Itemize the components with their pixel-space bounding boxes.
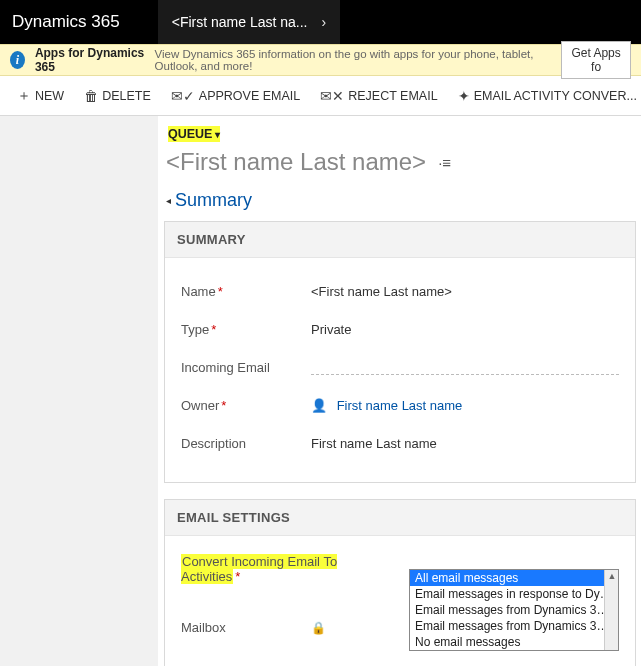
get-apps-button[interactable]: Get Apps fo [561,41,631,79]
option-all[interactable]: All email messages [410,570,618,586]
info-icon: i [10,51,25,69]
mail-check-icon: ✉✓ [171,88,195,104]
command-bar: ＋NEW 🗑DELETE ✉✓APPROVE EMAIL ✉✕REJECT EM… [0,76,641,116]
record-title: <First name Last name> ∙≡ [166,148,641,176]
incoming-email-label: Incoming Email [181,360,311,375]
delete-button[interactable]: 🗑DELETE [75,76,160,116]
summary-card: SUMMARY Name* <First name Last name> Typ… [164,221,636,483]
list-menu-icon[interactable]: ∙≡ [438,154,451,171]
owner-link[interactable]: First name Last name [337,398,463,413]
entity-type-label[interactable]: QUEUE ▾ [168,126,220,142]
type-value[interactable]: Private [311,322,619,337]
promo-bar: i Apps for Dynamics 365 View Dynamics 36… [0,44,641,76]
convert-options-list[interactable]: All email messages Email messages in res… [409,569,619,651]
description-value[interactable]: First name Last name [311,436,619,451]
new-button[interactable]: ＋NEW [8,76,73,116]
breadcrumb-text: <First name Last na... [172,14,308,30]
wand-icon: ✦ [458,88,470,104]
global-nav: Dynamics 365 <First name Last na... › [0,0,641,44]
plus-icon: ＋ [17,87,31,105]
form-area: QUEUE ▾ <First name Last name> ∙≡ ◂ Summ… [158,116,641,666]
email-settings-card: EMAIL SETTINGS Convert Incoming Email To… [164,499,636,666]
convert-label: Convert Incoming Email To Activities* [181,554,389,584]
trash-icon: 🗑 [84,88,98,104]
owner-value[interactable]: 👤 First name Last name [311,398,619,413]
owner-label: Owner* [181,398,311,413]
incoming-email-value[interactable] [311,359,619,375]
left-gutter [0,116,158,666]
name-label: Name* [181,284,311,299]
option-lead[interactable]: Email messages from Dynamics 365 Lead [410,602,618,618]
reject-email-button[interactable]: ✉✕REJECT EMAIL [311,76,446,116]
promo-title: Apps for Dynamics 365 [35,46,145,74]
email-settings-head: EMAIL SETTINGS [165,500,635,536]
name-value[interactable]: <First name Last name> [311,284,619,299]
chevron-right-icon: › [322,14,327,30]
approve-email-button[interactable]: ✉✓APPROVE EMAIL [162,76,309,116]
mailbox-label: Mailbox [181,620,311,635]
caret-down-icon: ▾ [212,129,220,140]
brand[interactable]: Dynamics 365 [12,12,120,32]
option-none[interactable]: No email messages [410,634,618,650]
lock-icon: 🔒 [311,621,326,635]
description-label: Description [181,436,311,451]
summary-head: SUMMARY [165,222,635,258]
promo-desc: View Dynamics 365 information on the go … [155,48,552,72]
mail-x-icon: ✉✕ [320,88,344,104]
triangle-left-icon: ◂ [166,195,171,206]
option-response[interactable]: Email messages in response to Dynamics [410,586,618,602]
breadcrumb[interactable]: <First name Last na... › [158,0,340,44]
type-label: Type* [181,322,311,337]
scroll-up-icon[interactable]: ▲ [605,570,619,582]
email-activity-button[interactable]: ✦EMAIL ACTIVITY CONVER... [449,76,641,116]
stage: QUEUE ▾ <First name Last name> ∙≡ ◂ Summ… [0,116,641,666]
scrollbar[interactable]: ▲ [604,570,618,650]
section-summary-link[interactable]: ◂ Summary [166,190,641,211]
person-icon: 👤 [311,398,327,413]
option-reco[interactable]: Email messages from Dynamics 365 reco [410,618,618,634]
